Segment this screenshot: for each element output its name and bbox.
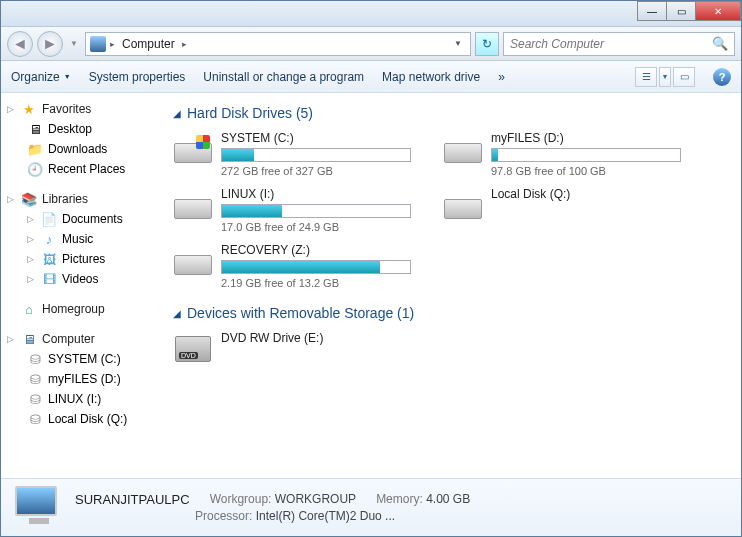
drive-name: SYSTEM (C:) xyxy=(221,131,423,145)
drive-icon: ⛁ xyxy=(27,391,43,407)
address-dropdown[interactable]: ▼ xyxy=(450,39,466,48)
drive-item[interactable]: myFILES (D:)97.8 GB free of 100 GB xyxy=(443,131,693,177)
drive-item[interactable]: SYSTEM (C:)272 GB free of 327 GB xyxy=(173,131,423,177)
music-icon: ♪ xyxy=(41,231,57,247)
details-pane: SURANJITPAULPC Workgroup: WORKGROUP Memo… xyxy=(1,478,741,536)
navigation-bar: ◄ ► ▼ ▸ Computer ▸ ▼ ↻ 🔍 xyxy=(1,27,741,61)
pictures-icon: 🖼 xyxy=(41,251,57,267)
search-box[interactable]: 🔍 xyxy=(503,32,735,56)
tree-item-desktop[interactable]: 🖥Desktop xyxy=(3,119,161,139)
uninstall-button[interactable]: Uninstall or change a program xyxy=(203,70,364,84)
capacity-bar xyxy=(221,148,411,162)
memory-label: Memory: xyxy=(376,492,423,506)
homegroup-icon: ⌂ xyxy=(21,301,37,317)
forward-button[interactable]: ► xyxy=(37,31,63,57)
hdd-icon xyxy=(443,131,483,167)
hdd-icon xyxy=(173,187,213,223)
command-toolbar: Organize▼ System properties Uninstall or… xyxy=(1,61,741,93)
back-button[interactable]: ◄ xyxy=(7,31,33,57)
free-space-text: 17.0 GB free of 24.9 GB xyxy=(221,221,423,233)
refresh-button[interactable]: ↻ xyxy=(475,32,499,56)
drive-name: myFILES (D:) xyxy=(491,131,693,145)
tree-item-drive-q[interactable]: ⛁Local Disk (Q:) xyxy=(3,409,161,429)
drive-name: LINUX (I:) xyxy=(221,187,423,201)
hdd-icon xyxy=(173,243,213,279)
computer-icon: 🖥 xyxy=(21,331,37,347)
folder-icon: 📁 xyxy=(27,141,43,157)
drive-item[interactable]: LINUX (I:)17.0 GB free of 24.9 GB xyxy=(173,187,423,233)
hdd-icon xyxy=(443,187,483,223)
drive-item[interactable]: Local Disk (Q:) xyxy=(443,187,693,233)
drive-icon: ⛁ xyxy=(27,411,43,427)
removable-item[interactable]: DVD RW Drive (E:) xyxy=(173,331,423,367)
view-mode-button[interactable]: ☰ xyxy=(635,67,657,87)
breadcrumb-sep: ▸ xyxy=(110,39,115,49)
computer-large-icon xyxy=(15,486,63,530)
view-dropdown[interactable]: ▼ xyxy=(659,67,671,87)
computer-name: SURANJITPAULPC xyxy=(75,492,190,507)
help-button[interactable]: ? xyxy=(713,68,731,86)
drive-icon: ⛁ xyxy=(27,351,43,367)
desktop-icon: 🖥 xyxy=(27,121,43,137)
processor-value: Intel(R) Core(TM)2 Duo ... xyxy=(256,509,395,523)
collapse-icon: ◢ xyxy=(173,108,181,119)
address-bar[interactable]: ▸ Computer ▸ ▼ xyxy=(85,32,471,56)
drive-name: RECOVERY (Z:) xyxy=(221,243,423,257)
tree-item-music[interactable]: ▷♪Music xyxy=(3,229,161,249)
free-space-text: 97.8 GB free of 100 GB xyxy=(491,165,693,177)
tree-item-drive-c[interactable]: ⛁SYSTEM (C:) xyxy=(3,349,161,369)
breadcrumb-sep[interactable]: ▸ xyxy=(182,39,187,49)
title-bar: — ▭ ✕ xyxy=(1,1,741,27)
group-hard-disk-drives[interactable]: ◢Hard Disk Drives (5) xyxy=(173,105,731,121)
libraries-header[interactable]: ▷📚Libraries xyxy=(3,189,161,209)
capacity-bar xyxy=(491,148,681,162)
breadcrumb-computer[interactable]: Computer xyxy=(119,37,178,51)
tree-item-recent[interactable]: 🕘Recent Places xyxy=(3,159,161,179)
tree-item-downloads[interactable]: 📁Downloads xyxy=(3,139,161,159)
memory-value: 4.00 GB xyxy=(426,492,470,506)
drive-item[interactable]: RECOVERY (Z:)2.19 GB free of 13.2 GB xyxy=(173,243,423,289)
favorites-header[interactable]: ▷★Favorites xyxy=(3,99,161,119)
computer-icon xyxy=(90,36,106,52)
history-dropdown[interactable]: ▼ xyxy=(67,31,81,57)
free-space-text: 2.19 GB free of 13.2 GB xyxy=(221,277,423,289)
tree-item-documents[interactable]: ▷📄Documents xyxy=(3,209,161,229)
hdd-icon xyxy=(173,131,213,167)
workgroup-label: Workgroup: xyxy=(210,492,272,506)
search-icon: 🔍 xyxy=(712,36,728,51)
capacity-bar xyxy=(221,204,411,218)
free-space-text: 272 GB free of 327 GB xyxy=(221,165,423,177)
toolbar-overflow[interactable]: » xyxy=(498,70,505,84)
homegroup-header[interactable]: ▷⌂Homegroup xyxy=(3,299,161,319)
capacity-bar xyxy=(221,260,411,274)
collapse-icon: ◢ xyxy=(173,308,181,319)
documents-icon: 📄 xyxy=(41,211,57,227)
system-properties-button[interactable]: System properties xyxy=(89,70,186,84)
tree-item-drive-i[interactable]: ⛁LINUX (I:) xyxy=(3,389,161,409)
navigation-tree[interactable]: ▷★Favorites 🖥Desktop 📁Downloads 🕘Recent … xyxy=(1,93,163,478)
dvd-icon xyxy=(173,331,213,367)
map-network-drive-button[interactable]: Map network drive xyxy=(382,70,480,84)
maximize-button[interactable]: ▭ xyxy=(666,1,696,21)
preview-pane-button[interactable]: ▭ xyxy=(673,67,695,87)
tree-item-drive-d[interactable]: ⛁myFILES (D:) xyxy=(3,369,161,389)
close-button[interactable]: ✕ xyxy=(695,1,741,21)
minimize-button[interactable]: — xyxy=(637,1,667,21)
search-input[interactable] xyxy=(510,37,712,51)
processor-label: Processor: xyxy=(195,509,252,523)
organize-menu[interactable]: Organize▼ xyxy=(11,70,71,84)
libraries-icon: 📚 xyxy=(21,191,37,207)
content-pane: ◢Hard Disk Drives (5) SYSTEM (C:)272 GB … xyxy=(163,93,741,478)
recent-icon: 🕘 xyxy=(27,161,43,177)
drive-name: Local Disk (Q:) xyxy=(491,187,693,201)
videos-icon: 🎞 xyxy=(41,271,57,287)
drive-name: DVD RW Drive (E:) xyxy=(221,331,423,345)
computer-header[interactable]: ▷🖥Computer xyxy=(3,329,161,349)
tree-item-pictures[interactable]: ▷🖼Pictures xyxy=(3,249,161,269)
drive-icon: ⛁ xyxy=(27,371,43,387)
group-removable-storage[interactable]: ◢Devices with Removable Storage (1) xyxy=(173,305,731,321)
workgroup-value: WORKGROUP xyxy=(275,492,356,506)
tree-item-videos[interactable]: ▷🎞Videos xyxy=(3,269,161,289)
view-controls: ☰ ▼ ▭ xyxy=(635,67,695,87)
